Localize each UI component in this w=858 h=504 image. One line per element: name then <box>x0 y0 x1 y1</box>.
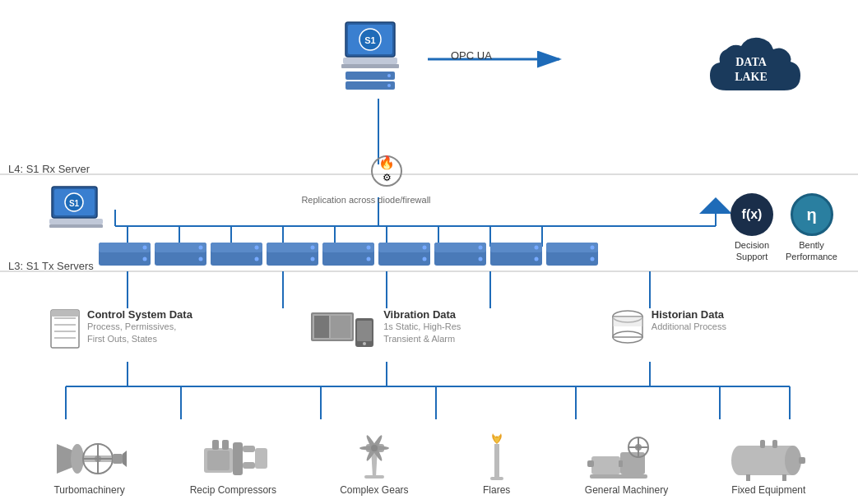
svg-point-133 <box>371 445 378 451</box>
svg-point-83 <box>479 257 483 261</box>
svg-text:DATA: DATA <box>735 56 767 68</box>
vibration-subtitle: 1s Static, High-ResTransient & Alarm <box>383 321 461 346</box>
l4-label: L4: S1 Rx Server <box>8 163 90 175</box>
vibration-block: Vibration Data 1s Static, High-ResTransi… <box>311 308 545 354</box>
opcua-label: OPC UA <box>451 48 492 62</box>
svg-point-75 <box>367 257 371 261</box>
svg-point-74 <box>367 246 371 250</box>
svg-point-78 <box>423 246 427 250</box>
svg-rect-121 <box>207 451 230 470</box>
svg-point-87 <box>535 257 539 261</box>
control-system-subtitle: Process, Permissives,First Outs, States <box>87 321 192 346</box>
vibration-text: Vibration Data 1s Static, High-ResTransi… <box>383 308 461 346</box>
svg-rect-103 <box>357 321 372 341</box>
equipment-turbomachinery: Turbomachinery <box>53 436 127 496</box>
svg-text:S1: S1 <box>69 199 80 208</box>
svg-rect-122 <box>233 442 243 475</box>
svg-rect-137 <box>591 456 620 474</box>
l3-label: L3: S1 Tx Servers <box>8 260 94 272</box>
right-icons-group: f(x) DecisionSupport η BentlyPerformance <box>730 193 837 263</box>
svg-rect-139 <box>587 460 594 467</box>
vibration-title: Vibration Data <box>383 308 461 321</box>
svg-point-79 <box>423 257 427 261</box>
data-blocks-row: Control System Data Process, Permissives… <box>49 308 790 354</box>
svg-rect-135 <box>494 444 499 479</box>
general-label: General Machinery <box>585 484 668 496</box>
svg-rect-42 <box>341 64 399 68</box>
equipment-row: Turbomachinery Recip Compressors <box>21 432 837 496</box>
datalake-icon: DATA LAKE <box>693 16 809 107</box>
svg-rect-55 <box>49 224 103 228</box>
svg-rect-154 <box>772 440 777 448</box>
svg-rect-147 <box>590 474 647 479</box>
svg-rect-155 <box>799 457 805 464</box>
svg-point-91 <box>591 257 595 261</box>
svg-marker-119 <box>123 451 127 467</box>
decision-support-icon: f(x) DecisionSupport <box>730 193 773 263</box>
svg-rect-100 <box>314 316 329 338</box>
svg-point-66 <box>255 246 259 250</box>
svg-rect-152 <box>782 474 786 481</box>
firewall-icon: 🔥 ⚙ Replication across diode/firewall <box>341 155 440 205</box>
svg-rect-134 <box>364 475 384 479</box>
svg-rect-127 <box>222 440 229 450</box>
svg-point-82 <box>479 246 483 250</box>
svg-point-63 <box>199 257 203 261</box>
svg-point-71 <box>311 257 315 261</box>
svg-rect-41 <box>343 58 397 64</box>
svg-rect-153 <box>760 440 765 448</box>
svg-rect-125 <box>255 448 267 469</box>
equipment-general: General Machinery <box>585 436 668 496</box>
svg-rect-97 <box>51 310 79 317</box>
svg-text:S1: S1 <box>364 35 375 45</box>
svg-point-59 <box>143 257 147 261</box>
l3-laptop: S1 <box>49 185 103 234</box>
svg-rect-123 <box>243 446 255 452</box>
equipment-fixed: Fixed Equipment <box>731 436 805 496</box>
equipment-flares: Flares <box>472 432 522 496</box>
recip-label: Recip Compressors <box>190 484 276 496</box>
control-system-text: Control System Data Process, Permissives… <box>87 308 192 346</box>
svg-marker-15 <box>699 197 732 214</box>
svg-point-58 <box>143 246 147 250</box>
svg-rect-136 <box>490 477 503 480</box>
svg-rect-54 <box>49 219 103 224</box>
svg-rect-124 <box>243 462 255 469</box>
s1-top-server: S1 <box>341 18 399 95</box>
bently-performance-icon: η BentlyPerformance <box>786 193 837 263</box>
firewall-label: Replication across diode/firewall <box>292 195 440 205</box>
bently-performance-label: BentlyPerformance <box>786 239 837 263</box>
svg-rect-151 <box>746 474 750 481</box>
l3-server-row <box>99 243 598 267</box>
historian-subtitle: Additional Process <box>652 321 726 333</box>
svg-point-104 <box>363 342 366 345</box>
svg-text:🔥: 🔥 <box>378 155 395 170</box>
svg-point-111 <box>71 444 84 474</box>
turbomachinery-label: Turbomachinery <box>53 484 127 496</box>
diagram-container: DATA LAKE OPC UA S1 🔥 ⚙ <box>0 0 858 504</box>
svg-point-45 <box>387 74 391 77</box>
svg-rect-108 <box>613 317 642 326</box>
fixed-equipment-label: Fixed Equipment <box>731 484 805 496</box>
equipment-gears: Complex Gears <box>340 432 408 496</box>
equipment-recip: Recip Compressors <box>190 436 276 496</box>
svg-point-62 <box>199 246 203 250</box>
historian-title: Historian Data <box>652 308 726 321</box>
historian-text: Historian Data Additional Process <box>652 308 726 333</box>
svg-point-67 <box>255 257 259 261</box>
svg-point-86 <box>535 246 539 250</box>
flares-label: Flares <box>472 484 522 496</box>
control-system-title: Control System Data <box>87 308 192 321</box>
svg-rect-140 <box>619 460 623 467</box>
svg-rect-118 <box>113 454 123 464</box>
gears-label: Complex Gears <box>340 484 408 496</box>
svg-text:LAKE: LAKE <box>735 71 768 83</box>
svg-rect-126 <box>212 440 219 450</box>
svg-point-46 <box>387 84 391 87</box>
svg-text:⚙: ⚙ <box>383 172 392 183</box>
svg-rect-101 <box>331 316 350 338</box>
decision-support-label: DecisionSupport <box>730 239 773 263</box>
svg-point-70 <box>311 246 315 250</box>
svg-point-90 <box>591 246 595 250</box>
control-system-block: Control System Data Process, Permissives… <box>49 308 229 354</box>
